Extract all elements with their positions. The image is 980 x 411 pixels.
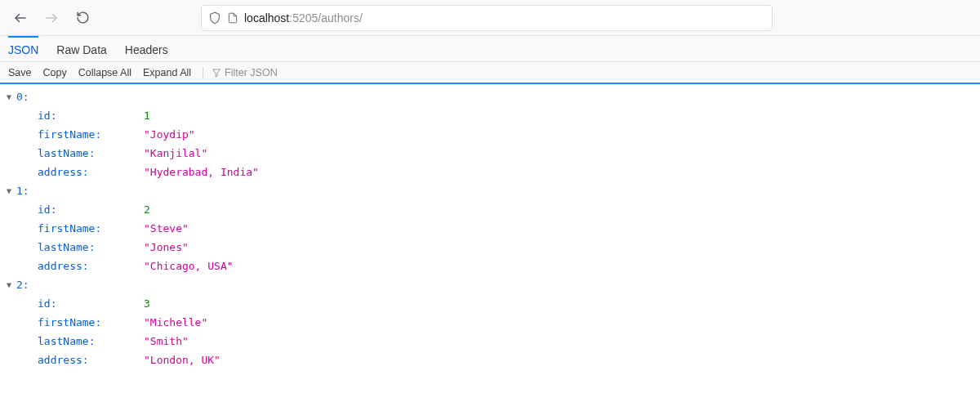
json-key: address bbox=[38, 260, 82, 272]
funnel-icon bbox=[212, 68, 221, 78]
forward-button[interactable] bbox=[38, 5, 65, 31]
json-index: 1: bbox=[16, 181, 29, 200]
json-key: firstName bbox=[38, 128, 95, 141]
json-row[interactable]: id:2 bbox=[7, 200, 973, 219]
json-key: lastName bbox=[38, 335, 89, 347]
url-bar[interactable]: localhost:5205/authors/ bbox=[201, 5, 773, 31]
json-key: id bbox=[38, 203, 51, 216]
json-key: lastName bbox=[38, 241, 89, 253]
json-value-number: 2 bbox=[144, 200, 150, 219]
json-value-string: "Kanjilal" bbox=[144, 144, 207, 163]
json-row[interactable]: address:"Chicago, USA" bbox=[7, 257, 973, 275]
json-value-string: "London, UK" bbox=[144, 351, 220, 369]
json-key: address bbox=[38, 166, 82, 178]
json-value-string: "Joydip" bbox=[144, 125, 195, 144]
expand-toggle-icon[interactable]: ▼ bbox=[7, 87, 16, 106]
json-row[interactable]: lastName:"Jones" bbox=[7, 238, 973, 257]
json-value-string: "Smith" bbox=[144, 332, 189, 351]
arrow-right-icon bbox=[44, 11, 59, 25]
url-text: localhost:5205/authors/ bbox=[244, 11, 363, 25]
reload-icon bbox=[76, 11, 90, 25]
json-value-string: "Steve" bbox=[144, 219, 189, 238]
json-key: lastName bbox=[38, 147, 89, 159]
json-array-item[interactable]: ▼1: bbox=[7, 181, 973, 200]
expand-toggle-icon[interactable]: ▼ bbox=[7, 181, 16, 200]
collapse-all-button[interactable]: Collapse All bbox=[78, 67, 131, 78]
json-row[interactable]: address:"London, UK" bbox=[7, 351, 973, 369]
expand-toggle-icon[interactable]: ▼ bbox=[7, 275, 16, 294]
json-index: 0: bbox=[16, 87, 29, 106]
json-row[interactable]: lastName:"Smith" bbox=[7, 332, 973, 351]
copy-button[interactable]: Copy bbox=[43, 67, 67, 78]
json-value-string: "Chicago, USA" bbox=[144, 257, 234, 275]
json-value-string: "Michelle" bbox=[144, 313, 207, 332]
shield-icon bbox=[208, 11, 221, 25]
json-array-item[interactable]: ▼0: bbox=[7, 87, 973, 106]
json-row[interactable]: firstName:"Joydip" bbox=[7, 125, 973, 144]
json-value-string: "Jones" bbox=[144, 238, 189, 257]
json-row[interactable]: firstName:"Michelle" bbox=[7, 313, 973, 332]
tab-headers[interactable]: Headers bbox=[125, 36, 168, 61]
reload-button[interactable] bbox=[69, 5, 96, 31]
json-row[interactable]: id:1 bbox=[7, 106, 973, 125]
filter-wrap bbox=[203, 67, 323, 78]
viewer-tabs: JSON Raw Data Headers bbox=[0, 36, 980, 62]
json-index: 2: bbox=[16, 275, 29, 294]
json-key: firstName bbox=[38, 222, 95, 235]
page-icon bbox=[226, 11, 239, 25]
browser-navbar: localhost:5205/authors/ bbox=[0, 0, 980, 36]
json-row[interactable]: firstName:"Steve" bbox=[7, 219, 973, 238]
json-value-number: 1 bbox=[144, 106, 150, 125]
svg-marker-2 bbox=[213, 69, 220, 77]
filter-input[interactable] bbox=[225, 67, 323, 78]
json-value-string: "Hyderabad, India" bbox=[144, 163, 259, 181]
json-row[interactable]: id:3 bbox=[7, 294, 973, 313]
tab-raw-data[interactable]: Raw Data bbox=[56, 36, 106, 61]
back-button[interactable] bbox=[7, 5, 34, 31]
json-key: id bbox=[38, 109, 51, 122]
url-path: /authors/ bbox=[318, 11, 362, 25]
json-key: firstName bbox=[38, 316, 95, 328]
url-host: localhost bbox=[244, 11, 289, 25]
arrow-left-icon bbox=[13, 11, 28, 25]
json-key: address bbox=[38, 354, 82, 366]
json-toolbar: Save Copy Collapse All Expand All bbox=[0, 62, 980, 83]
json-row[interactable]: lastName:"Kanjilal" bbox=[7, 144, 973, 163]
expand-all-button[interactable]: Expand All bbox=[143, 67, 191, 78]
json-key: id bbox=[38, 297, 51, 310]
url-port: :5205 bbox=[289, 11, 318, 25]
json-row[interactable]: address:"Hyderabad, India" bbox=[7, 163, 973, 181]
tab-json[interactable]: JSON bbox=[8, 36, 38, 61]
json-array-item[interactable]: ▼2: bbox=[7, 275, 973, 294]
save-button[interactable]: Save bbox=[8, 67, 32, 78]
json-viewer: ▼0: id:1 firstName:"Joydip" lastName:"Ka… bbox=[0, 83, 980, 376]
json-value-number: 3 bbox=[144, 294, 150, 313]
